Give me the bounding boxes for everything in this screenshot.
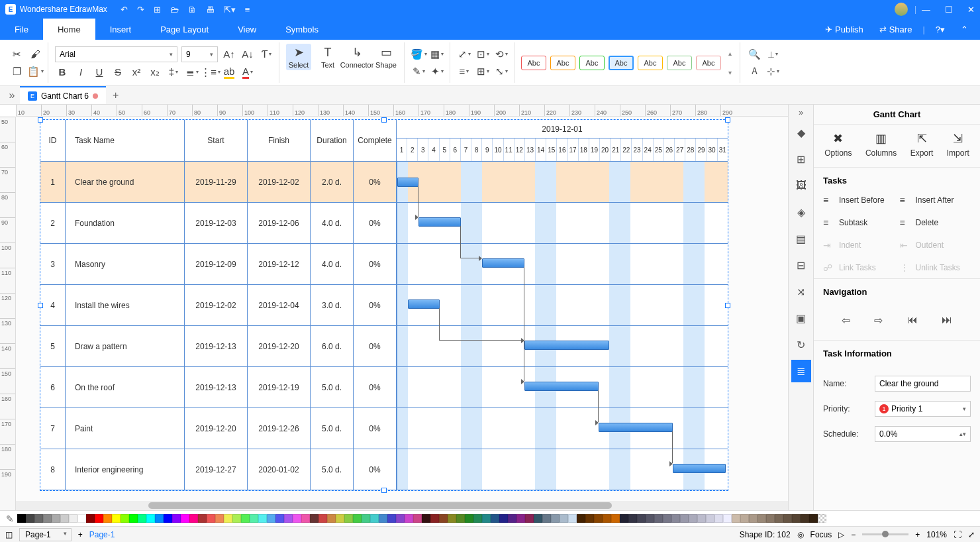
color-swatch[interactable]	[508, 514, 516, 523]
color-swatch[interactable]	[121, 514, 129, 523]
color-swatch[interactable]	[232, 514, 241, 523]
task-btn-insert-after[interactable]: ≡Insert After	[900, 192, 971, 208]
color-swatch[interactable]	[603, 514, 611, 523]
color-swatch[interactable]	[284, 514, 293, 523]
color-swatch[interactable]	[542, 514, 551, 523]
zoom-slider[interactable]	[862, 533, 908, 535]
select-tool[interactable]: ➤Select	[286, 44, 311, 70]
maximize-button[interactable]: ☐	[945, 5, 953, 15]
theme-icon[interactable]: ◆	[791, 121, 811, 144]
name-input[interactable]: Clear the ground	[875, 376, 971, 392]
gantt-bar[interactable]	[418, 217, 461, 227]
collapse-ribbon-button[interactable]: ⌃	[956, 25, 973, 34]
layers-icon[interactable]: ◈	[791, 201, 811, 223]
size-icon[interactable]: ⊞	[475, 64, 490, 79]
color-swatch[interactable]	[77, 514, 86, 523]
grow-font-icon[interactable]: A↑	[222, 47, 236, 62]
selection-handle[interactable]	[725, 303, 730, 308]
selection-handle[interactable]	[381, 117, 387, 123]
close-button[interactable]: ✕	[967, 5, 975, 15]
history-icon[interactable]: ↻	[791, 333, 811, 356]
font-family-combo[interactable]: Arial	[55, 46, 177, 62]
select-tool-icon[interactable]: ⊹	[765, 64, 780, 79]
color-swatch[interactable]	[224, 514, 232, 523]
color-swatch[interactable]	[516, 514, 525, 523]
color-swatch[interactable]	[362, 514, 370, 523]
data-icon[interactable]: ⊟	[791, 254, 811, 276]
color-swatch[interactable]	[95, 514, 103, 523]
shape-style-1[interactable]: Abc	[550, 56, 575, 70]
color-swatch[interactable]	[809, 514, 818, 523]
panel-tool-import[interactable]: ⇲Import	[947, 131, 969, 158]
expand-tabs-icon[interactable]: »	[4, 89, 20, 101]
color-swatch[interactable]	[86, 514, 95, 523]
color-swatch[interactable]	[663, 514, 671, 523]
color-swatch[interactable]	[680, 514, 689, 523]
color-swatch[interactable]	[577, 514, 585, 523]
open-icon[interactable]: 🗁	[170, 5, 179, 15]
gantt-chart[interactable]: IDTask NameStartFinishDurationComplete20…	[40, 119, 728, 491]
highlight-icon[interactable]: ab	[222, 65, 236, 80]
color-swatch[interactable]	[103, 514, 112, 523]
active-page[interactable]: Page-1	[89, 530, 115, 539]
color-swatch[interactable]	[766, 514, 775, 523]
color-swatch[interactable]	[473, 514, 482, 523]
zoom-level[interactable]: 101%	[926, 530, 947, 539]
nav-last-icon[interactable]: ⏭	[942, 314, 952, 327]
crop-icon[interactable]: ⟂	[765, 47, 780, 62]
color-swatch[interactable]	[491, 514, 499, 523]
color-swatch[interactable]	[560, 514, 568, 523]
share-button[interactable]: ⇄ Share	[874, 25, 918, 34]
color-swatch[interactable]	[628, 514, 637, 523]
color-swatch[interactable]	[215, 514, 224, 523]
color-swatch[interactable]	[405, 514, 413, 523]
arrange-icon[interactable]: ⤡	[494, 64, 509, 79]
color-swatch[interactable]	[637, 514, 646, 523]
color-swatch[interactable]	[207, 514, 215, 523]
task-btn-insert-before[interactable]: ≡Insert Before	[823, 192, 895, 208]
color-swatch[interactable]	[327, 514, 336, 523]
find-icon[interactable]: 🔍	[747, 47, 761, 62]
horizontal-scrollbar[interactable]	[16, 501, 788, 510]
zoom-in-icon[interactable]: +	[915, 530, 920, 539]
numbering-icon[interactable]: ⋮≡	[203, 65, 218, 80]
color-swatch[interactable]	[758, 514, 766, 523]
panel-tool-options[interactable]: ✖Options	[824, 131, 852, 158]
color-swatch[interactable]	[732, 514, 740, 523]
color-swatch[interactable]	[275, 514, 284, 523]
menu-tab-insert[interactable]: Insert	[95, 19, 146, 40]
bullets-icon[interactable]: ≣	[185, 65, 199, 80]
color-swatch[interactable]	[26, 514, 34, 523]
color-swatch[interactable]	[52, 514, 60, 523]
task-btn-delete[interactable]: ≡Delete	[900, 215, 971, 231]
change-case-icon[interactable]: Ƭ	[259, 47, 273, 62]
color-swatch[interactable]	[465, 514, 473, 523]
effects-icon[interactable]: ✦	[430, 64, 444, 79]
undo-icon[interactable]: ↶	[121, 5, 128, 15]
image-icon[interactable]: 🖼	[791, 174, 811, 197]
play-icon[interactable]: ▷	[838, 530, 844, 539]
replace-icon[interactable]: Ａ	[747, 64, 761, 79]
shape-tool[interactable]: ▭Shape	[373, 44, 399, 70]
color-swatch[interactable]	[17, 514, 26, 523]
color-swatch[interactable]	[129, 514, 138, 523]
eyedropper-icon[interactable]: ✎	[3, 514, 17, 524]
task-btn-subtask[interactable]: ≡Subtask	[823, 215, 895, 231]
gantt-bar[interactable]	[524, 382, 599, 391]
color-swatch[interactable]	[387, 514, 396, 523]
color-swatch[interactable]	[723, 514, 732, 523]
color-swatch[interactable]	[43, 514, 52, 523]
color-swatch[interactable]	[775, 514, 783, 523]
color-swatch[interactable]	[525, 514, 534, 523]
underline-icon[interactable]: U	[92, 65, 107, 80]
color-swatch[interactable]	[413, 514, 422, 523]
color-swatch[interactable]	[792, 514, 801, 523]
page-icon[interactable]: ▤	[791, 227, 811, 250]
color-swatch[interactable]	[353, 514, 362, 523]
gantt-bar[interactable]	[599, 423, 673, 432]
color-swatch[interactable]	[456, 514, 465, 523]
color-swatch[interactable]	[34, 514, 43, 523]
table-row[interactable]: 7Paint2019-12-202019-12-265.0 d.0%	[40, 408, 728, 449]
table-row[interactable]: 5Draw a pattern2019-12-132019-12-206.0 d…	[40, 326, 728, 367]
color-swatch[interactable]	[241, 514, 250, 523]
